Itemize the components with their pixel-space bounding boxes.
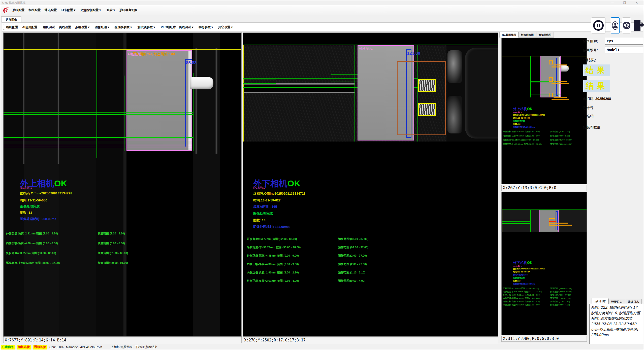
tool-char-params[interactable]: 字符参数 ▾ [199, 25, 213, 29]
logout-button[interactable] [633, 17, 644, 33]
tool-camera-debug[interactable]: 相机调试 [43, 25, 55, 29]
cam2-bright-line [243, 92, 355, 93]
tool-plc-address[interactable]: PLC地址库 [161, 25, 176, 29]
cam1-pixel-status: X:7677;Y:891;R:14;G:14;B:14 [3, 337, 242, 343]
run-log-panel[interactable]: 耗时: 222, 缺陷检测耗时: 17, 缺陷分类耗时: 0, 缺陷提取分区耗时… [589, 304, 643, 349]
thumb1-green-hline [530, 94, 561, 94]
menu-item-camera-config[interactable]: 相机配置 [28, 8, 41, 12]
thumb2-warn-5: 预警范围:(1.10 - 2.10) [550, 300, 570, 303]
cam2-measure-2: 隔膜宽度-下=95.24mm 范围:(93.00 - 98.00) [247, 246, 301, 249]
status-bar: 心跳信号 相机连接 通讯连接 Cpu: 0.0% Memory: 3424.41… [0, 344, 644, 350]
menu-item-light-config[interactable]: 光源控制配置 ▾ [80, 8, 101, 12]
cam1-measure-4: 隔膜宽度-上=90.56mm 范围:(88.00 - 92.00) [6, 261, 60, 265]
cam1-warn-1: 预警范围:(2.20 - 3.20) [98, 232, 125, 235]
cam1-highlight [215, 48, 218, 154]
thumb2-frames: 图数: 13 [513, 279, 521, 282]
tool-offline-debug[interactable]: 离线调试 ▾ [179, 25, 193, 29]
cam2-tab-ai-time: 极耳AI耗时: 165 [253, 204, 277, 209]
tool-test-params[interactable]: 测试项参数 ▾ [138, 25, 155, 29]
ng-thumbnail-upper[interactable]: 外上相机OK NG次数:1 虚拟码:Offline202502081331347… [501, 38, 587, 184]
thumb1-measure-4: 隔膜宽度-上=90.56mm 范围:(88.00 - 92.00) [503, 143, 542, 146]
cam2-measure-5: 内侧正极-负极=1.90mm 范围:(1.00 - 2.20) [247, 271, 299, 274]
users-group-button[interactable] [622, 17, 631, 33]
tool-other-settings[interactable]: 其它设置 ▾ [218, 25, 233, 29]
menu-item-io-card-config[interactable]: IO卡配置 ▾ [61, 8, 75, 12]
thumb2-green-vline [560, 209, 560, 232]
cam2-frames: 图数: 13 [253, 218, 265, 223]
thumb2-green-hline [502, 221, 530, 222]
tool-ai-config[interactable]: AI使用配置 [22, 25, 37, 29]
tool-spot-check[interactable]: 点检设置 ▾ [75, 25, 89, 29]
tab-line-curve[interactable]: 料线曲线图 [519, 32, 536, 38]
cam2-measure-6: 外侧正极-负极=2.61mm 范围:(0.60 - 4.00) [247, 279, 299, 283]
cam1-ng-count: NG次数:1 [20, 186, 32, 190]
thumb1-white-strip [559, 57, 560, 97]
user-icon [612, 21, 618, 30]
tab-run-image[interactable]: 运行图像 [1, 16, 21, 23]
tab-run-log[interactable]: 运行日志 [592, 298, 608, 304]
thumb2-green-hline [502, 220, 530, 220]
virtual-code-label: 虚拟码: [583, 97, 594, 101]
negative-tab-count-label: 负极耳数量: [583, 125, 601, 130]
menu-item-view[interactable]: 查看 ▾ [107, 8, 115, 12]
cam2-metal-part [447, 50, 462, 83]
thumb2-tab-ai: 极耳AI耗时: 165 [513, 273, 528, 276]
login-user-label: 登录用户: [583, 39, 598, 44]
result-display-1: 结果 [583, 64, 610, 76]
tab-ng-view[interactable]: NG截图显示 [499, 32, 519, 38]
close-icon[interactable]: ✕ [631, 0, 642, 5]
result-display-2: 结果 [583, 80, 610, 92]
thumb1-time: 时间:13-31-59-650 [513, 117, 530, 119]
thumb1-green-vline [530, 56, 531, 97]
menu-item-comm-config[interactable]: 通讯配置 [45, 8, 57, 12]
virtual-code-row: 虚拟码: 20250208 [583, 97, 611, 101]
ng-thumbnail-lower[interactable]: 外下相机OK NG次数:0 虚拟码:Offline202502081331347… [501, 192, 587, 335]
menu-item-language-switch[interactable]: 系统语言切换 [119, 8, 137, 12]
thumb2-warn-3: 预警范围:(2.00 - 77.00) [550, 294, 571, 296]
cam1-measure-1: 外侧负极-隔膜=2.91mm 范围:(2.00 - 3.50) [6, 232, 58, 235]
thumb2-measure-4: 内侧正极-隔膜=4.38mm 范围:(0.00 - 9.00) [503, 297, 540, 300]
cam2-green-vline [355, 45, 355, 142]
thumb1-ok: OK [527, 107, 532, 111]
toolbar-grip[interactable] [3, 24, 5, 30]
model-field[interactable]: Model1 [605, 47, 643, 53]
cam1-green-vline [96, 50, 97, 158]
thumb1-name: 外上相机 [513, 107, 527, 111]
pause-button[interactable] [591, 17, 605, 33]
cam1-green-hline [4, 112, 193, 113]
app-logo-icon [2, 6, 10, 14]
login-user-field[interactable]: cys [605, 38, 643, 45]
restore-icon[interactable]: ❐ [619, 0, 630, 5]
cam2-code: 虚拟码:Offline20250208133134728 [253, 191, 305, 196]
thumb2-measure-3: 外侧正极-隔膜=4.38mm 范围:(0.00 - 9.00) [503, 294, 540, 296]
thumb2-elapsed: 图像处理耗时: 183.00ms [513, 283, 535, 285]
cam1-time: 时间:13-31-59-650 [20, 198, 47, 203]
tool-baseline-params[interactable]: 基准线参数 ▾ [114, 25, 132, 29]
minimize-icon[interactable]: ─ [607, 0, 618, 5]
thumb1-annotation [554, 97, 567, 98]
thumb1-green-hline [530, 93, 561, 93]
cam2-tab-box-1 [418, 79, 436, 92]
menu-item-system-config[interactable]: 系统配置 [12, 8, 24, 12]
cam1-elapsed: 图像处理耗时: 258.00ms [20, 217, 56, 221]
camera-connect-badge: 相机连接 [17, 345, 31, 349]
user-button[interactable] [611, 17, 620, 33]
cam2-gear-housing [465, 48, 498, 138]
tool-camera-config[interactable]: 相机配置 [6, 25, 18, 29]
tool-image-process[interactable]: 图像处理 ▾ [95, 25, 109, 29]
tool-offline-setting[interactable]: 离线设置 [59, 25, 71, 29]
cpu-usage: Cpu: 0.0% [49, 345, 63, 349]
cam2-ai-label: AI检测框 [359, 47, 373, 51]
camera-view-upper[interactable]: 85.88 AI检测框 平均阈值:93, 动态阈值:100 外上相机OK NG次… [3, 32, 242, 337]
camera-view-lower[interactable]: AI检测框 123.80 外下相机OK NG次数:0 虚拟码:Offline20… [243, 32, 498, 337]
thumb2-blue-line [556, 211, 558, 230]
tab-data-curve[interactable]: 数据曲线图 [536, 32, 554, 38]
cam1-green-hline [4, 147, 193, 147]
thumb2-warn-1: 预警范围:(83.00 - 87.00) [550, 287, 572, 290]
thumb2-name: 外下相机 [513, 261, 527, 265]
cam1-highlight [23, 33, 25, 164]
cam1-green-hline [4, 137, 193, 138]
comm-connect-badge: 通讯连接 [33, 345, 47, 349]
title-bar: CYS-视觉检测系统 ─ ❐ ✕ [0, 0, 644, 5]
pin-number-label: 卷针号: [583, 106, 594, 110]
